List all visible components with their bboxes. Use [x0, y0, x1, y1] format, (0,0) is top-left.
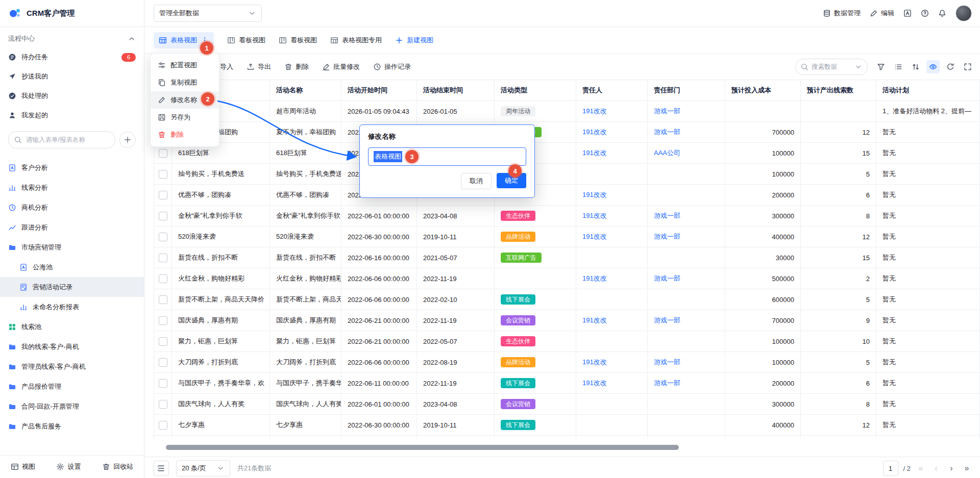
table-row[interactable]: 与国庆甲子，携手奏华章，欢与国庆甲子，携手奏华章，欢2022-06-11 00:… [154, 373, 980, 394]
row-checkbox-cell[interactable] [154, 206, 172, 227]
row-checkbox-cell[interactable] [154, 185, 172, 206]
menu-item-配置视图[interactable]: 配置视图 [151, 57, 219, 74]
table-row[interactable]: 金秋“豪”礼拿到你手软金秋“豪”礼拿到你手软2022-06-01 00:00:0… [154, 206, 980, 227]
view-tab-表格视图专用[interactable]: 表格视图专用 [330, 36, 382, 45]
last-page-button[interactable]: » [962, 464, 972, 473]
row-checkbox-cell[interactable] [154, 310, 172, 331]
sidebar-item-公海池[interactable]: 公海池 [0, 257, 144, 277]
sidebar-footer-设置[interactable]: 设置 [56, 462, 81, 471]
column-header-leads[interactable]: 预计产出线索数 [801, 80, 876, 101]
row-checkbox-cell[interactable] [154, 394, 172, 415]
toolbar-操作记录-button[interactable]: 操作记录 [373, 62, 411, 71]
sidebar-item-跟进分析[interactable]: 跟进分析 [0, 217, 144, 237]
view-tab-看板视图[interactable]: 看板视图 [279, 36, 317, 45]
notifications-button[interactable] [938, 9, 946, 17]
data-manage-button[interactable]: 数据管理 [823, 9, 861, 18]
department-link[interactable]: 游戏一部 [654, 211, 680, 220]
column-header-start-time[interactable]: 活动开始时间 [341, 80, 417, 101]
visibility-button[interactable] [926, 60, 940, 73]
row-checkbox-cell[interactable] [154, 373, 172, 394]
owner-link[interactable]: 191改改 [582, 190, 607, 199]
row-checkbox-cell[interactable] [154, 289, 172, 310]
owner-link[interactable]: 191改改 [582, 232, 607, 241]
menu-item-复制视图[interactable]: 复制视图 [151, 74, 219, 91]
sort-button[interactable] [912, 63, 920, 71]
toolbar-批量修改-button[interactable]: 批量修改 [322, 62, 360, 71]
owner-link[interactable]: 191改改 [582, 274, 607, 283]
row-checkbox[interactable] [159, 170, 167, 179]
owner-link[interactable]: 191改改 [582, 107, 607, 116]
row-checkbox[interactable] [159, 254, 167, 262]
row-checkbox[interactable] [159, 337, 167, 346]
sidebar-item-商机分析[interactable]: 商机分析 [0, 197, 144, 217]
department-link[interactable]: 游戏一部 [654, 274, 680, 283]
refresh-button[interactable] [946, 63, 954, 71]
sidebar-item-线索池[interactable]: 线索池 [0, 317, 144, 337]
translate-button[interactable] [903, 9, 912, 17]
menu-item-另存为[interactable]: 另存为 [151, 109, 219, 126]
column-header-activity-name[interactable]: 活动名称 [270, 80, 341, 101]
owner-link[interactable]: 191改改 [582, 211, 607, 220]
column-header-department[interactable]: 责任部门 [648, 80, 725, 101]
row-checkbox[interactable] [159, 149, 167, 158]
view-tab-看板视图[interactable]: 看板视图 [227, 36, 265, 45]
page-size-select[interactable]: 20 条/页 [176, 460, 230, 476]
department-link[interactable]: 游戏一部 [654, 107, 680, 116]
view-tab-新建视图[interactable]: 新建视图 [395, 36, 433, 45]
owner-link[interactable]: 191改改 [582, 148, 607, 158]
table-search-input[interactable]: 搜索数据 [795, 59, 868, 75]
avatar[interactable] [955, 5, 972, 21]
sidebar-process-item[interactable]: 抄送我的 [0, 67, 144, 86]
table-row[interactable]: 夏不为例，幸福团购夏不为例，幸福团购2022-06-21 00:00:00互联网… [154, 122, 980, 143]
table-row[interactable]: 618巨划算618巨划算2022-06-06 00:00:00191改改AAA公… [154, 143, 980, 164]
filter-button[interactable] [877, 63, 885, 71]
column-header-cost[interactable]: 预计投入成本 [725, 80, 801, 101]
cancel-button[interactable]: 取消 [461, 173, 492, 189]
data-scope-select[interactable]: 管理全部数据 [154, 5, 262, 22]
sidebar-footer-回收站[interactable]: 回收站 [102, 462, 133, 471]
table-row[interactable]: 超市周年活动超市周年活动2026-01-05 09:04:432026-01-0… [154, 101, 980, 122]
column-header-owner[interactable]: 责任人 [576, 80, 648, 101]
sidebar-search-box[interactable] [8, 131, 115, 148]
sidebar-process-item[interactable]: 待办任务6 [0, 47, 144, 67]
table-row[interactable]: 大刀阔斧，打折到底大刀阔斧，打折到底2022-06-06 00:00:00202… [154, 352, 980, 373]
sidebar-footer-视图[interactable]: 视图 [11, 462, 35, 471]
sidebar-item-营销活动记录[interactable]: 营销活动记录 [0, 277, 144, 297]
sidebar-item-合同-回款-开票管理[interactable]: 合同-回款-开票管理 [0, 396, 144, 416]
row-checkbox[interactable] [159, 379, 167, 388]
table-row[interactable]: 聚力，钜惠，巨划算聚力，钜惠，巨划算2022-06-21 00:00:00202… [154, 331, 980, 352]
table-row[interactable]: 抽号购买，手机免费送抽号购买，手机免费送2022-06-16 00:00:001… [154, 164, 980, 185]
department-link[interactable]: 游戏一部 [654, 358, 680, 367]
row-checkbox-cell[interactable] [154, 415, 172, 436]
owner-link[interactable]: 191改改 [582, 379, 607, 388]
process-center-header[interactable]: 流程中心 [0, 27, 144, 47]
row-checkbox[interactable] [159, 421, 167, 430]
sidebar-item-管理员线索-客户-商机[interactable]: 管理员线索-客户-商机 [0, 357, 144, 376]
sidebar-item-我的线索-客户-商机[interactable]: 我的线索-客户-商机 [0, 337, 144, 357]
edit-button[interactable]: 编辑 [870, 9, 894, 18]
view-name-input[interactable]: 表格视图 [368, 147, 526, 166]
owner-link[interactable]: 191改改 [582, 316, 607, 325]
current-page-box[interactable]: 1 [883, 461, 898, 476]
table-row[interactable]: 国庆气球向，人人有奖国庆气球向，人人有奖2022-06-01 00:00:002… [154, 394, 980, 415]
first-page-button[interactable]: « [916, 464, 926, 473]
row-checkbox-cell[interactable] [154, 268, 172, 289]
horizontal-scrollbar[interactable] [144, 438, 980, 457]
table-row[interactable]: 火红金秋，购物好精彩火红金秋，购物好精彩2022-06-06 00:00:002… [154, 268, 980, 289]
row-checkbox-cell[interactable] [154, 164, 172, 185]
department-link[interactable]: 游戏一部 [654, 128, 680, 137]
table-row[interactable]: 520浪漫来袭520浪漫来袭2022-06-30 00:00:002019-10… [154, 227, 980, 247]
sidebar-search-input[interactable] [25, 136, 110, 144]
owner-link[interactable]: 191改改 [582, 358, 607, 367]
column-header-end-time[interactable]: 活动结束时间 [417, 80, 495, 101]
fullscreen-button[interactable] [964, 63, 972, 71]
sidebar-item-线索分析[interactable]: 线索分析 [0, 178, 144, 197]
table-row[interactable]: 七夕享惠七夕享惠2022-06-30 00:00:002019-10-11线下展… [154, 415, 980, 436]
sidebar-item-产品报价管理[interactable]: 产品报价管理 [0, 376, 144, 396]
row-checkbox-cell[interactable] [154, 247, 172, 268]
table-row[interactable]: 国庆盛典，厚惠有期国庆盛典，厚惠有期2022-06-21 00:00:00202… [154, 310, 980, 331]
next-page-button[interactable]: › [946, 464, 957, 473]
row-checkbox[interactable] [159, 316, 167, 325]
department-link[interactable]: 游戏一部 [654, 316, 680, 325]
sidebar-item-产品售后服务[interactable]: 产品售后服务 [0, 416, 144, 436]
